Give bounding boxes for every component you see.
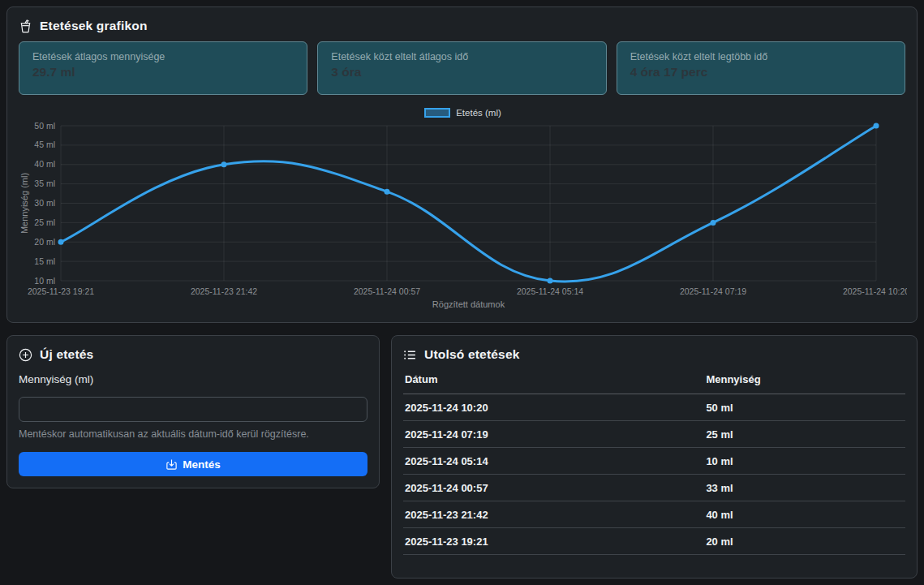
y-tick-label: 20 ml	[34, 237, 55, 247]
table-row: 2025-11-23 21:42 40 ml	[403, 501, 905, 528]
y-tick-label: 45 ml	[34, 140, 55, 149]
x-tick-label: 2025-11-24 07:19	[680, 286, 746, 296]
cell-amount: 50 ml	[704, 394, 905, 421]
data-point[interactable]	[711, 220, 716, 226]
legend-swatch	[424, 108, 450, 118]
y-tick-label: 35 ml	[34, 179, 55, 188]
cell-date: 2025-11-24 07:19	[403, 421, 704, 448]
y-tick-label: 15 ml	[34, 256, 55, 266]
legend-label: Etetés (ml)	[456, 108, 501, 118]
stat-value: 4 óra 17 perc	[630, 65, 892, 80]
y-tick-label: 10 ml	[34, 276, 55, 286]
new-feeding-title: Új etetés	[40, 347, 93, 362]
y-axis-title: Mennyiség (ml)	[19, 173, 29, 234]
cell-amount: 20 ml	[704, 528, 905, 555]
table-row: 2025-11-24 05:14 10 ml	[403, 448, 905, 475]
save-icon	[165, 458, 178, 471]
last-feedings-title: Utolsó etetések	[424, 347, 520, 362]
table-row: 2025-11-24 07:19 25 ml	[403, 421, 905, 448]
list-icon	[403, 348, 417, 362]
stats-row: Etetések átlagos mennyisége 29.7 ml Etet…	[19, 41, 905, 95]
x-tick-label: 2025-11-24 10:20	[843, 286, 907, 296]
column-header-date: Dátum	[403, 367, 704, 394]
cell-amount: 33 ml	[704, 475, 905, 501]
helper-text: Mentéskor automatikusan az aktuális dátu…	[19, 428, 367, 440]
cell-amount: 25 ml	[704, 421, 905, 448]
chart-legend-item[interactable]: Etetés (ml)	[19, 106, 907, 119]
feedings-line-chart[interactable]: Etetés (ml) 10 ml15 ml20 ml25 ml30 ml35 …	[19, 106, 907, 309]
cell-amount: 40 ml	[704, 501, 905, 528]
stat-card-longest-interval: Etetések közt eltelt legtöbb idő 4 óra 1…	[617, 41, 905, 95]
cell-amount: 10 ml	[704, 448, 905, 475]
feedings-table: Dátum Mennyiség 2025-11-24 10:20 50 ml 2…	[403, 367, 905, 555]
table-row: 2025-11-24 00:57 33 ml	[403, 475, 905, 501]
x-tick-label: 2025-11-24 05:14	[517, 286, 583, 296]
data-point[interactable]	[874, 123, 879, 129]
y-tick-label: 25 ml	[34, 217, 55, 227]
stat-label: Etetések közt eltelt legtöbb idő	[630, 51, 892, 62]
plus-circle-icon	[19, 348, 32, 362]
cell-date: 2025-11-24 10:20	[403, 394, 704, 421]
cell-date: 2025-11-23 19:21	[403, 528, 704, 555]
column-header-amount: Mennyiség	[704, 367, 905, 394]
stat-card-average-amount: Etetések átlagos mennyisége 29.7 ml	[19, 41, 307, 95]
y-tick-label: 50 ml	[34, 123, 55, 131]
table-row: 2025-11-23 19:21 20 ml	[403, 528, 905, 555]
y-tick-label: 30 ml	[34, 198, 55, 208]
data-point[interactable]	[221, 161, 227, 167]
x-axis-title: Rögzített dátumok	[432, 299, 505, 309]
last-feedings-card: Utolsó etetések Dátum Mennyiség 2025-11-…	[391, 335, 918, 579]
stat-label: Etetések átlagos mennyisége	[32, 51, 294, 62]
x-tick-label: 2025-11-23 21:42	[191, 286, 257, 296]
amount-label: Mennyiség (ml)	[19, 373, 367, 385]
chart-card-title: Etetések grafikon	[40, 19, 148, 33]
stat-value: 3 óra	[331, 65, 592, 80]
cup-straw-icon	[19, 19, 32, 33]
chart-plot-area[interactable]: 10 ml15 ml20 ml25 ml30 ml35 ml40 ml45 ml…	[19, 123, 907, 309]
data-point[interactable]	[385, 189, 390, 195]
new-feeding-card: Új etetés Mennyiség (ml) Mentéskor autom…	[6, 335, 380, 488]
cell-date: 2025-11-24 05:14	[403, 448, 704, 475]
stat-card-average-interval: Etetések közt eltelt átlagos idő 3 óra	[317, 41, 606, 95]
feedings-chart-card: Etetések grafikon Etetések átlagos menny…	[6, 6, 918, 323]
y-tick-label: 40 ml	[34, 159, 55, 169]
data-point[interactable]	[58, 239, 64, 245]
cell-date: 2025-11-23 21:42	[403, 501, 704, 528]
x-tick-label: 2025-11-23 19:21	[28, 286, 94, 296]
stat-label: Etetések közt eltelt átlagos idő	[331, 51, 592, 62]
data-point[interactable]	[548, 278, 553, 284]
amount-input[interactable]	[19, 397, 367, 422]
cell-date: 2025-11-24 00:57	[403, 475, 704, 501]
save-button[interactable]: Mentés	[19, 452, 367, 476]
save-button-label: Mentés	[183, 458, 221, 471]
x-tick-label: 2025-11-24 00:57	[354, 286, 420, 296]
stat-value: 29.7 ml	[32, 65, 294, 80]
table-row: 2025-11-24 10:20 50 ml	[403, 394, 905, 421]
